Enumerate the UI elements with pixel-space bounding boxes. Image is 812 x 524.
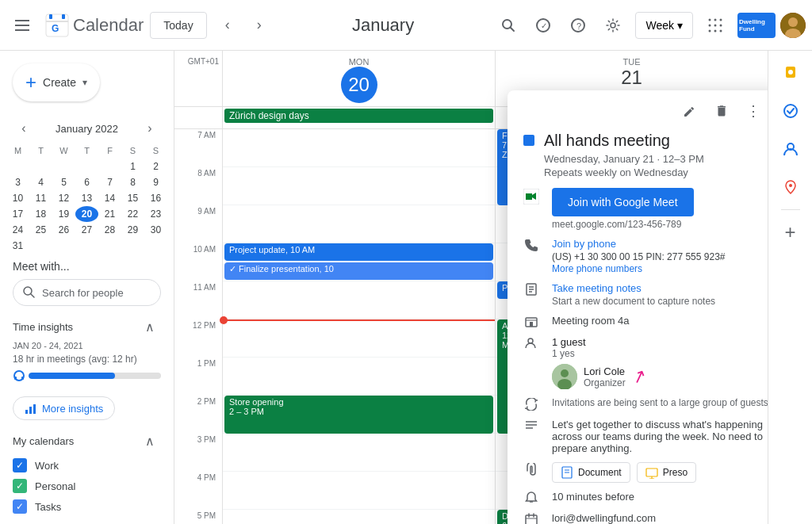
mini-cal-day[interactable]: 18 [29, 206, 52, 222]
svg-point-20 [714, 24, 717, 26]
svg-point-18 [720, 18, 722, 21]
mini-cal-prev[interactable]: ‹ [13, 117, 35, 140]
status-icon[interactable]: ✓ [527, 10, 559, 41]
mini-cal-day[interactable]: 26 [52, 222, 75, 238]
mini-cal-day[interactable]: 31 [6, 238, 29, 254]
mini-cal-day[interactable]: 17 [6, 206, 29, 222]
mini-cal-day[interactable]: 28 [98, 222, 121, 238]
mini-cal-day[interactable]: 24 [6, 222, 29, 238]
personal-checkbox[interactable]: ✓ [13, 479, 27, 493]
project-update-event[interactable]: Project update, 10 AM [224, 243, 493, 261]
zurich-event[interactable]: Zürich design days [224, 109, 493, 123]
join-phone-link[interactable]: Join by phone [552, 238, 616, 250]
calendar-tasks[interactable]: ✓ Tasks [0, 496, 174, 517]
mini-cal-day[interactable]: 19 [52, 206, 75, 222]
mini-cal-day[interactable]: 4 [29, 174, 52, 190]
phone-icon [523, 239, 539, 251]
create-button[interactable]: + Create ▾ [13, 63, 100, 101]
organizer-avatar [552, 364, 577, 389]
work-checkbox[interactable]: ✓ [13, 458, 27, 472]
svg-line-29 [31, 294, 34, 297]
day-header-mon: MON 20 [222, 51, 495, 106]
tasks-panel-icon[interactable] [775, 95, 806, 127]
mini-cal-day [144, 238, 167, 254]
mini-cal-day[interactable]: 7 [98, 174, 121, 190]
svg-point-64 [788, 70, 793, 75]
add-panel-button[interactable]: + [775, 216, 806, 248]
more-insights-button[interactable]: More insights [13, 396, 115, 420]
more-options-button[interactable]: ⋮ [739, 97, 768, 125]
mini-cal-day[interactable]: 12 [52, 190, 75, 206]
mini-cal-day[interactable]: 30 [144, 222, 167, 238]
mini-cal-day[interactable]: 14 [98, 190, 121, 206]
maps-icon[interactable] [775, 171, 806, 203]
settings-button[interactable] [597, 10, 629, 41]
mini-cal-day[interactable]: 23 [144, 206, 167, 222]
document-attachment[interactable]: Document [552, 462, 630, 483]
delete-event-button[interactable] [707, 97, 736, 125]
mini-cal-day[interactable]: 16 [144, 190, 167, 206]
organizer-name: Lori Cole [584, 365, 626, 377]
mini-cal-day [29, 238, 52, 254]
organizer-role: Organizer [584, 377, 626, 388]
contacts-icon[interactable] [775, 133, 806, 165]
reminder-text: 10 minutes before [552, 491, 768, 503]
mini-cal-day[interactable]: 1 [121, 159, 144, 174]
join-meet-button[interactable]: Join with Google Meet [552, 188, 694, 216]
organizer-row: Lori Cole Organizer ↗ [552, 364, 646, 389]
popup-event-title: All hands meeting [544, 132, 670, 150]
svg-text:?: ? [576, 21, 581, 31]
popup-notes-row: Take meeting notes Start a new document … [523, 282, 768, 307]
mini-cal-day[interactable]: 10 [6, 190, 29, 206]
mini-cal-day[interactable]: 2 [144, 159, 167, 174]
time-bar-track [29, 373, 161, 379]
mini-cal-day[interactable]: 11 [29, 190, 52, 206]
more-phone-link[interactable]: More phone numbers [552, 263, 642, 274]
mini-cal-day[interactable]: 6 [75, 174, 98, 190]
mini-cal-day[interactable]: 15 [121, 190, 144, 206]
calendar-personal[interactable]: ✓ Personal [0, 476, 174, 496]
take-notes-link[interactable]: Take meeting notes [552, 282, 642, 294]
keep-icon[interactable] [775, 57, 806, 89]
finalize-presentation-event[interactable]: ✓ Finalize presentation, 10 [224, 262, 493, 280]
mini-cal-day[interactable]: 22 [121, 206, 144, 222]
plus-icon: + [25, 73, 36, 92]
svg-rect-31 [14, 377, 17, 380]
apps-button[interactable] [699, 10, 731, 41]
svg-text:G: G [52, 23, 59, 34]
mini-cal-day[interactable]: 29 [121, 222, 144, 238]
svg-rect-33 [25, 410, 28, 414]
svg-point-67 [789, 184, 792, 187]
edit-event-button[interactable] [676, 97, 704, 125]
mini-cal-day[interactable]: 27 [75, 222, 98, 238]
popup-body: All hands meeting Wednesday, January 21 … [508, 132, 768, 524]
time-insights-collapse[interactable]: ∧ [139, 316, 161, 338]
mini-cal-day[interactable]: 8 [121, 174, 144, 190]
mini-cal-day[interactable]: 5 [52, 174, 75, 190]
mini-cal-day[interactable]: 20 [75, 206, 98, 222]
today-button[interactable]: Today [150, 12, 206, 39]
view-selector[interactable]: Week ▾ [635, 12, 693, 39]
preso-attachment[interactable]: Preso [637, 462, 696, 483]
calendar-work[interactable]: ✓ Work [0, 455, 174, 476]
mini-cal-day[interactable]: 9 [144, 174, 167, 190]
mini-cal-day[interactable]: 3 [6, 174, 29, 190]
mini-cal-day[interactable]: 13 [75, 190, 98, 206]
meet-icon [523, 189, 539, 205]
my-calendars-collapse[interactable]: ∧ [139, 430, 161, 452]
next-button[interactable]: › [245, 11, 274, 40]
mini-cal-next[interactable]: › [139, 117, 161, 140]
store-opening-event[interactable]: Store opening2 – 3 PM [224, 396, 493, 434]
user-avatar[interactable] [780, 13, 806, 38]
sidebar: + Create ▾ ‹ January 2022 › MTWTFSS 1234… [0, 51, 174, 524]
search-button[interactable] [492, 10, 524, 41]
tasks-checkbox[interactable]: ✓ [13, 499, 27, 514]
mini-cal-day [121, 238, 144, 254]
menu-icon[interactable] [6, 10, 38, 41]
popup-title-row: All hands meeting [523, 132, 768, 150]
mini-cal-day[interactable]: 21 [98, 206, 121, 222]
mini-cal-day[interactable]: 25 [29, 222, 52, 238]
help-button[interactable]: ? [562, 10, 594, 41]
search-people-input[interactable]: Search for people [13, 279, 161, 306]
prev-button[interactable]: ‹ [213, 11, 242, 40]
